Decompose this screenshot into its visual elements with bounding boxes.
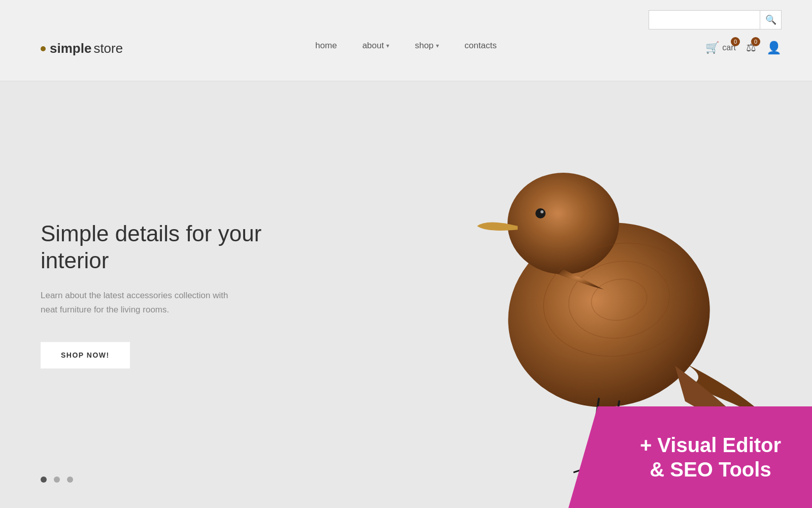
promo-banner: + Visual Editor & SEO Tools bbox=[568, 406, 812, 508]
cart-button[interactable]: 🛒 cart 0 bbox=[705, 41, 736, 54]
carousel-dot-2[interactable] bbox=[54, 477, 60, 483]
carousel-dots bbox=[41, 477, 73, 483]
hero-content: Simple details for your interior Learn a… bbox=[41, 220, 284, 368]
nav-about-chevron-down-icon: ▾ bbox=[386, 42, 389, 49]
nav-shop-chevron-down-icon: ▾ bbox=[436, 42, 439, 49]
svg-point-1 bbox=[507, 173, 619, 274]
nav-label-home: home bbox=[315, 41, 337, 51]
account-button[interactable]: 👤 bbox=[766, 41, 782, 55]
header: 🔍 simplestore home about ▾ shop ▾ contac… bbox=[0, 0, 812, 81]
search-button[interactable]: 🔍 bbox=[760, 10, 782, 29]
svg-point-2 bbox=[535, 208, 546, 218]
search-input[interactable] bbox=[649, 10, 760, 29]
nav-label-shop: shop bbox=[415, 41, 433, 51]
compare-button[interactable]: ⚖ 0 bbox=[746, 41, 756, 54]
nav-label-contacts: contacts bbox=[464, 41, 496, 51]
compare-badge: 0 bbox=[751, 37, 760, 46]
logo[interactable]: simplestore bbox=[41, 41, 123, 56]
cart-badge: 0 bbox=[731, 37, 740, 46]
promo-line1: + Visual Editor bbox=[640, 434, 781, 456]
promo-text: + Visual Editor & SEO Tools bbox=[640, 433, 781, 482]
header-divider bbox=[0, 81, 812, 81]
search-bar: 🔍 bbox=[649, 10, 782, 29]
nav-item-contacts[interactable]: contacts bbox=[464, 41, 496, 51]
account-icon: 👤 bbox=[766, 41, 782, 54]
svg-point-3 bbox=[540, 210, 544, 213]
hero-section: Simple details for your interior Learn a… bbox=[0, 81, 812, 508]
promo-line2: & SEO Tools bbox=[650, 458, 771, 481]
nav-item-shop[interactable]: shop ▾ bbox=[415, 41, 439, 51]
carousel-dot-1[interactable] bbox=[41, 477, 47, 483]
cart-icon: 🛒 bbox=[705, 41, 719, 54]
logo-dot bbox=[41, 46, 46, 51]
header-actions: 🛒 cart 0 ⚖ 0 👤 bbox=[705, 41, 782, 55]
nav-label-about: about bbox=[362, 41, 384, 51]
nav-item-home[interactable]: home bbox=[315, 41, 337, 51]
hero-subtitle: Learn about the latest accessories colle… bbox=[41, 289, 284, 318]
main-nav: home about ▾ shop ▾ contacts bbox=[315, 41, 496, 51]
shop-now-button[interactable]: SHOP NOW! bbox=[41, 342, 130, 369]
logo-store-text: store bbox=[93, 41, 123, 56]
search-icon: 🔍 bbox=[765, 14, 776, 25]
logo-simple-text: simple bbox=[50, 41, 91, 56]
nav-item-about[interactable]: about ▾ bbox=[362, 41, 390, 51]
hero-title: Simple details for your interior bbox=[41, 220, 284, 274]
carousel-dot-3[interactable] bbox=[67, 477, 73, 483]
